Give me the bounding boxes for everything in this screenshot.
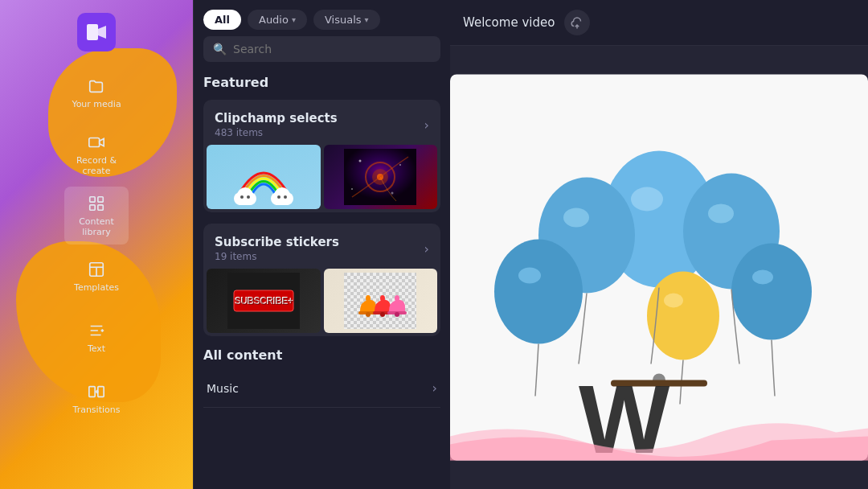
- svg-point-56: [631, 187, 663, 212]
- bells-thumbnail[interactable]: [324, 269, 438, 333]
- svg-point-50: [380, 295, 385, 302]
- sidebar-item-content-library[interactable]: Content library: [64, 187, 129, 244]
- subscribe-thumbnails: SUBSCRIBE+ SUBSCRIBE+: [203, 269, 440, 336]
- svg-point-46: [366, 312, 371, 317]
- subscribe-stickers-header[interactable]: Subscribe stickers 19 items ›: [203, 224, 440, 269]
- app-container: Your media Record & create: [0, 0, 868, 489]
- subscribe-stickers-title: Subscribe stickers: [215, 235, 339, 249]
- all-content-title: All content: [203, 347, 440, 363]
- content-scroll-area[interactable]: Featured Clipchamp selects 483 items ›: [194, 72, 450, 489]
- music-list-item[interactable]: Music ›: [203, 369, 440, 408]
- logo-icon: [85, 21, 108, 43]
- svg-rect-5: [98, 205, 103, 210]
- clipchamp-selects-subtitle: 483 items: [215, 127, 338, 138]
- svg-point-29: [391, 192, 394, 195]
- search-bar[interactable]: 🔍: [203, 36, 440, 62]
- sidebar-item-label: Templates: [74, 282, 119, 293]
- grid-icon: [87, 194, 106, 213]
- rainbow-cloud-thumbnail[interactable]: [207, 145, 321, 209]
- music-label: Music: [207, 382, 239, 395]
- main-panel: All Audio ▾ Visuals ▾ 🔍 Featured: [193, 0, 450, 489]
- folder-icon: [87, 76, 106, 96]
- svg-point-22: [284, 195, 287, 199]
- rainbow-cloud-svg: [227, 149, 300, 205]
- sidebar-item-label: Record & create: [76, 155, 117, 176]
- sidebar-item-templates[interactable]: Templates: [64, 248, 129, 306]
- project-title: Welcome video: [463, 15, 555, 30]
- filter-bar: All Audio ▾ Visuals ▾: [194, 0, 450, 36]
- bells-svg: [344, 273, 416, 329]
- svg-point-49: [380, 312, 385, 317]
- chevron-down-icon: ▾: [365, 15, 369, 24]
- svg-rect-9: [89, 387, 95, 397]
- transitions-icon: [87, 382, 106, 401]
- search-input[interactable]: [233, 43, 431, 55]
- sidebar-item-record-create[interactable]: Record & create: [64, 125, 129, 183]
- galaxy-svg: [344, 149, 416, 205]
- chevron-right-icon: ›: [424, 117, 429, 133]
- clipchamp-thumbnails: [203, 145, 440, 212]
- chevron-down-icon: ▾: [292, 15, 296, 24]
- filter-visuals-button[interactable]: Visuals ▾: [313, 10, 380, 30]
- svg-point-65: [647, 272, 719, 360]
- app-logo[interactable]: [77, 13, 116, 51]
- svg-point-63: [731, 244, 812, 340]
- svg-text:SUBSCRIBE+: SUBSCRIBE+: [235, 296, 293, 307]
- svg-point-58: [563, 208, 589, 228]
- svg-point-16: [247, 195, 250, 199]
- svg-point-27: [359, 160, 362, 162]
- svg-point-64: [752, 270, 773, 285]
- sidebar-navigation: Your media Record & create: [0, 64, 193, 428]
- chevron-right-icon: ›: [432, 380, 437, 396]
- svg-point-21: [277, 195, 280, 199]
- svg-point-59: [494, 240, 583, 344]
- sidebar-item-label: Your media: [72, 99, 121, 109]
- template-icon: [87, 260, 106, 279]
- balloon-preview-svg: W: [450, 46, 868, 489]
- svg-point-28: [399, 164, 401, 166]
- cloud-upload-icon[interactable]: [564, 10, 590, 35]
- subscribe-text-thumbnail[interactable]: SUBSCRIBE+ SUBSCRIBE+: [207, 269, 321, 333]
- svg-rect-0: [87, 24, 98, 40]
- sidebar-item-label: Transitions: [73, 405, 121, 415]
- clipchamp-selects-header[interactable]: Clipchamp selects 483 items ›: [203, 100, 440, 145]
- card-title-area: Clipchamp selects 483 items: [215, 111, 338, 138]
- svg-point-47: [366, 295, 371, 302]
- svg-point-15: [240, 195, 244, 199]
- sidebar-item-transitions[interactable]: Transitions: [64, 370, 129, 428]
- sidebar-item-label: Content library: [79, 216, 114, 237]
- svg-point-30: [351, 188, 353, 190]
- subscribe-stickers-card: Subscribe stickers 19 items ›: [203, 224, 440, 336]
- galaxy-thumbnail[interactable]: [324, 145, 438, 209]
- subscribe-stickers-subtitle: 19 items: [215, 251, 339, 262]
- video-icon: [87, 133, 106, 152]
- search-icon: 🔍: [213, 43, 227, 55]
- card-title-area: Subscribe stickers 19 items: [215, 235, 339, 262]
- text-icon: [87, 321, 106, 340]
- svg-rect-1: [89, 138, 100, 146]
- sidebar-item-text[interactable]: Text: [64, 309, 129, 367]
- filter-audio-button[interactable]: Audio ▾: [248, 10, 307, 30]
- sidebar: Your media Record & create: [0, 0, 193, 489]
- chevron-right-icon: ›: [424, 241, 429, 257]
- all-content-section: All content Music ›: [203, 347, 440, 408]
- svg-rect-2: [90, 197, 95, 202]
- clipchamp-selects-card: Clipchamp selects 483 items ›: [203, 100, 440, 212]
- svg-point-60: [518, 268, 541, 284]
- svg-point-53: [395, 295, 399, 302]
- svg-point-52: [395, 312, 399, 317]
- right-panel: Welcome video: [450, 0, 868, 489]
- preview-area: W: [450, 46, 868, 489]
- sidebar-item-label: Text: [88, 343, 105, 354]
- clipchamp-selects-title: Clipchamp selects: [215, 111, 338, 125]
- featured-section: Featured Clipchamp selects 483 items ›: [203, 75, 440, 336]
- svg-rect-4: [90, 205, 95, 210]
- svg-point-66: [664, 294, 683, 308]
- sidebar-item-your-media[interactable]: Your media: [64, 64, 129, 122]
- subscribe-text-svg: SUBSCRIBE+ SUBSCRIBE+: [227, 273, 300, 329]
- svg-point-62: [708, 204, 734, 224]
- featured-section-title: Featured: [203, 75, 440, 90]
- filter-all-button[interactable]: All: [203, 10, 241, 30]
- right-panel-header: Welcome video: [450, 0, 868, 46]
- svg-rect-3: [98, 197, 103, 202]
